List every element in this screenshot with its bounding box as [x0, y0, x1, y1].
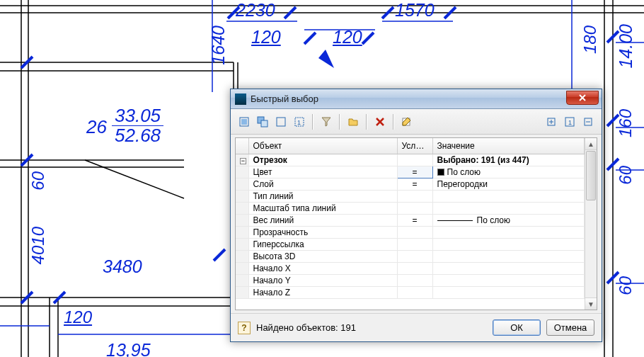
toolbar: 1 1 [231, 109, 602, 135]
value-cell[interactable] [432, 274, 585, 286]
select-all-button[interactable] [255, 114, 270, 130]
col-value[interactable]: Значение [432, 138, 585, 154]
dialog-title: Быстрый выбор [251, 94, 318, 104]
dim-120b: 120 [333, 27, 362, 47]
cancel-button[interactable]: Отмена [546, 319, 594, 336]
cond-cell[interactable] [397, 274, 432, 286]
row-color[interactable]: Цвет = По слою [236, 166, 585, 178]
col-object[interactable]: Объект [248, 138, 397, 154]
value-cell[interactable] [432, 238, 585, 250]
prop-label: Вес линий [248, 214, 397, 226]
group-row[interactable]: − Отрезок Выбрано: 191 (из 447) [236, 154, 585, 166]
dim-3480: 3480 [103, 256, 142, 277]
scroll-thumb[interactable] [586, 151, 596, 200]
dim-120c: 120 [64, 307, 92, 327]
dialog-footer: ? Найдено объектов: 191 ОК Отмена [231, 313, 602, 341]
expand-all-button[interactable] [544, 114, 559, 130]
value-cell[interactable] [432, 190, 585, 202]
value-cell[interactable] [432, 286, 585, 298]
prop-label: Тип линий [248, 190, 397, 202]
cond-cell[interactable]: = [397, 214, 432, 226]
grid-1-button[interactable]: 1 [562, 114, 577, 130]
value-cell[interactable] [432, 226, 585, 238]
row-hyperlink[interactable]: Гиперссылка [236, 238, 585, 250]
cond-cell[interactable] [397, 238, 432, 250]
ok-button[interactable]: ОК [493, 319, 541, 336]
prop-label: Начало Y [248, 274, 397, 286]
prop-label: Начало Z [248, 286, 397, 298]
dim-60a: 60 [28, 171, 48, 191]
dim-fraction: 33.0552.68 [112, 106, 163, 146]
open-button[interactable] [345, 114, 361, 130]
collapse-icon[interactable]: − [240, 158, 246, 164]
titlebar[interactable]: Быстрый выбор [231, 89, 602, 109]
scroll-down-icon[interactable]: ▼ [585, 298, 597, 310]
group-name: Отрезок [248, 154, 397, 166]
collapse-all-button[interactable] [580, 114, 596, 130]
delete-button[interactable] [372, 114, 388, 130]
dim-1395: 13,95 [106, 340, 151, 357]
cond-cell[interactable] [397, 250, 432, 262]
row-start-z[interactable]: Начало Z [236, 286, 585, 298]
value-cell[interactable] [432, 202, 585, 214]
row-layer[interactable]: Слой = Перегородки [236, 178, 585, 190]
prop-label: Слой [248, 178, 397, 190]
svg-line-4 [214, 249, 225, 261]
dim-160: 160 [616, 109, 636, 137]
property-grid: Объект Услов... Значение − Отрезок Выбра… [235, 137, 597, 310]
dim-60b: 60 [616, 166, 636, 185]
prop-label: Гиперссылка [248, 238, 397, 250]
cond-cell[interactable] [397, 202, 432, 214]
dim-120a: 120 [251, 27, 281, 47]
column-headers: Объект Услов... Значение [236, 138, 585, 154]
cond-cell[interactable] [397, 286, 432, 298]
close-button[interactable] [566, 91, 599, 105]
dim-180: 180 [580, 26, 600, 54]
status-text: Найдено объектов: 191 [256, 322, 356, 333]
value-cell[interactable]: По слою [432, 214, 585, 226]
svg-line-7 [304, 33, 316, 44]
cond-cell[interactable] [397, 190, 432, 202]
svg-text:1: 1 [297, 119, 301, 126]
cond-cell[interactable]: = [397, 166, 432, 178]
color-swatch-icon [437, 169, 444, 176]
dim-60c: 60 [616, 276, 636, 295]
value-cell[interactable]: Перегородки [432, 178, 585, 190]
cond-cell[interactable] [397, 262, 432, 274]
value-cell[interactable] [432, 262, 585, 274]
prop-label: Начало X [248, 262, 397, 274]
svg-text:1: 1 [568, 119, 572, 126]
edit-button[interactable] [399, 114, 415, 130]
lineweight-sample-icon [437, 220, 473, 221]
scroll-up-icon[interactable]: ▲ [585, 138, 597, 150]
row-thickness[interactable]: Высота 3D [236, 250, 585, 262]
prop-label: Масштаб типа линий [248, 202, 397, 214]
pick-objects-button[interactable] [236, 114, 252, 130]
dim-1640: 1640 [208, 26, 229, 65]
row-transparency[interactable]: Прозрачность [236, 226, 585, 238]
dim-1400: 14.00 [616, 24, 636, 69]
cond-cell[interactable]: = [397, 178, 432, 190]
svg-line-8 [362, 33, 374, 44]
value-cell[interactable] [432, 250, 585, 262]
filter-button[interactable] [318, 114, 334, 130]
prop-label: Прозрачность [248, 226, 397, 238]
dim-2230: 2230 [236, 0, 275, 21]
prop-label: Цвет [248, 166, 397, 178]
col-condition[interactable]: Услов... [397, 138, 432, 154]
row-linetype[interactable]: Тип линий [236, 190, 585, 202]
select-window-button[interactable]: 1 [292, 114, 307, 130]
row-ltscale[interactable]: Масштаб типа линий [236, 202, 585, 214]
row-start-x[interactable]: Начало X [236, 262, 585, 274]
row-lineweight[interactable]: Вес линий = По слою [236, 214, 585, 226]
select-none-button[interactable] [273, 114, 289, 130]
group-summary: Выбрано: 191 (из 447) [432, 154, 585, 166]
help-icon[interactable]: ? [238, 322, 251, 334]
row-start-y[interactable]: Начало Y [236, 274, 585, 286]
app-icon [235, 94, 246, 105]
cond-cell[interactable] [397, 226, 432, 238]
svg-rect-17 [261, 120, 268, 127]
vertical-scrollbar[interactable]: ▲ ▼ [585, 138, 597, 310]
prop-label: Высота 3D [248, 250, 397, 262]
value-cell[interactable]: По слою [432, 166, 585, 178]
